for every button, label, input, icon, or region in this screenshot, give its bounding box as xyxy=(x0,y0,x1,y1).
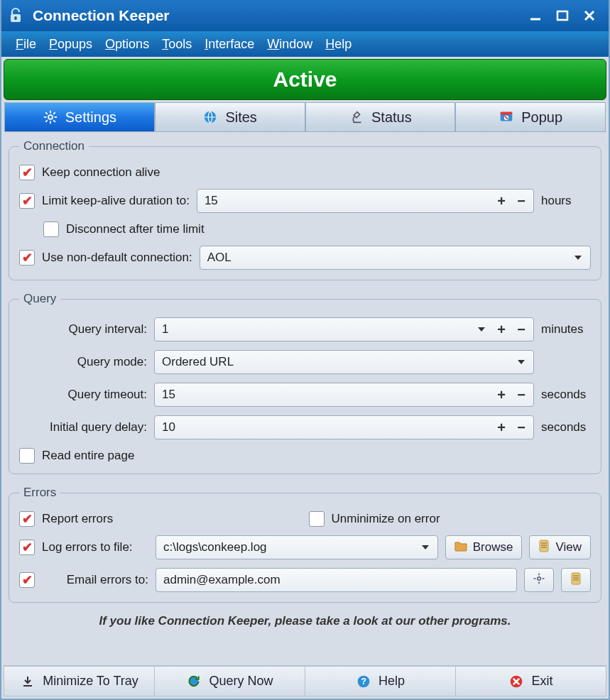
menu-popups[interactable]: Popups xyxy=(43,34,98,55)
svg-line-11 xyxy=(45,112,48,114)
read-entire-label: Read entire page xyxy=(42,449,134,463)
globe-refresh-icon xyxy=(186,674,202,689)
plus-icon[interactable] xyxy=(494,318,509,341)
maximize-window-button[interactable] xyxy=(550,6,574,25)
log-errors-label: Log errors to file: xyxy=(42,540,148,554)
unminimize-label: Unminimize on error xyxy=(332,512,592,526)
exit-button[interactable]: Exit xyxy=(456,666,606,696)
svg-rect-1 xyxy=(14,16,16,20)
menu-interface[interactable]: Interface xyxy=(199,34,260,55)
plus-icon[interactable] xyxy=(494,383,509,406)
browse-button[interactable]: Browse xyxy=(445,535,523,559)
svg-rect-20 xyxy=(540,540,548,552)
query-timeout-value: 15 xyxy=(162,388,489,402)
errors-legend: Errors xyxy=(19,486,60,500)
close-icon xyxy=(508,674,524,689)
minus-icon[interactable] xyxy=(513,416,529,439)
connection-legend: Connection xyxy=(19,139,89,153)
scroll-icon xyxy=(538,540,550,556)
email-errors-label: Email errors to: xyxy=(42,573,148,587)
query-mode-label: Query mode: xyxy=(19,355,147,369)
exit-label: Exit xyxy=(531,674,552,689)
status-text: Active xyxy=(273,67,337,92)
menu-options[interactable]: Options xyxy=(99,34,155,55)
menu-window[interactable]: Window xyxy=(261,34,318,55)
tab-label: Sites xyxy=(225,109,256,126)
limit-duration-unit: hours xyxy=(541,194,591,208)
log-file-value: c:\logs\conkeep.log xyxy=(163,540,413,554)
keep-alive-checkbox[interactable] xyxy=(19,165,35,180)
help-button[interactable]: ? Help xyxy=(305,666,456,696)
app-window: Connection Keeper File Popups Options To… xyxy=(0,0,610,700)
log-file-field[interactable]: c:\logs\conkeep.log xyxy=(156,535,438,559)
tab-status[interactable]: Status xyxy=(305,102,456,131)
email-errors-checkbox[interactable] xyxy=(19,572,35,588)
menu-tools[interactable]: Tools xyxy=(156,34,197,55)
svg-rect-17 xyxy=(501,112,513,115)
tab-sites[interactable]: Sites xyxy=(155,102,305,131)
disconnect-after-checkbox[interactable] xyxy=(43,222,59,237)
tab-label: Status xyxy=(371,109,412,126)
browse-label: Browse xyxy=(473,540,513,554)
globe-icon xyxy=(202,109,218,125)
unminimize-checkbox[interactable] xyxy=(309,511,325,527)
menu-bar: File Popups Options Tools Interface Wind… xyxy=(1,31,609,57)
initial-delay-unit: seconds xyxy=(541,420,591,434)
query-interval-field[interactable]: 1 xyxy=(154,317,534,341)
tab-popup[interactable]: Popup xyxy=(455,102,606,131)
microscope-icon xyxy=(349,109,364,125)
query-now-button[interactable]: Query Now xyxy=(155,666,305,696)
log-errors-checkbox[interactable] xyxy=(19,540,35,555)
query-timeout-unit: seconds xyxy=(541,388,591,402)
app-lock-icon xyxy=(6,6,26,26)
read-entire-checkbox[interactable] xyxy=(19,448,35,464)
query-mode-dropdown[interactable]: Ordered URL xyxy=(154,350,534,374)
chevron-down-icon[interactable] xyxy=(474,318,489,341)
nondefault-conn-dropdown[interactable]: AOL xyxy=(200,246,591,270)
minimize-to-tray-button[interactable]: Minimize To Tray xyxy=(4,666,155,696)
email-settings-button[interactable] xyxy=(524,568,554,592)
email-errors-field[interactable]: admin@example.com xyxy=(156,568,517,592)
folder-icon xyxy=(454,540,467,555)
limit-duration-label: Limit keep-alive duration to: xyxy=(42,194,190,208)
minimize-window-button[interactable] xyxy=(523,6,548,25)
plus-icon[interactable] xyxy=(494,416,509,439)
minus-icon[interactable] xyxy=(513,318,529,341)
title-bar: Connection Keeper xyxy=(1,0,609,31)
email-errors-value: admin@example.com xyxy=(163,573,512,587)
gear-icon xyxy=(533,572,545,589)
view-button[interactable]: View xyxy=(529,535,591,559)
query-mode-value: Ordered URL xyxy=(162,355,509,369)
query-interval-value: 1 xyxy=(162,322,469,337)
email-log-button[interactable] xyxy=(561,568,591,592)
tray-arrow-icon xyxy=(20,674,36,689)
nondefault-conn-checkbox[interactable] xyxy=(19,250,35,266)
initial-delay-field[interactable]: 10 xyxy=(154,415,534,439)
tab-settings[interactable]: Settings xyxy=(4,102,155,131)
window-buttons xyxy=(523,6,601,25)
menu-help[interactable]: Help xyxy=(320,34,357,55)
svg-line-14 xyxy=(45,120,48,122)
plus-icon[interactable] xyxy=(494,190,509,212)
minus-icon[interactable] xyxy=(513,190,529,212)
help-icon: ? xyxy=(356,674,371,689)
footer-toolbar: Minimize To Tray Query Now ? Help Exit xyxy=(4,665,606,696)
menu-file[interactable]: File xyxy=(10,34,42,55)
svg-line-12 xyxy=(53,120,55,122)
initial-delay-value: 10 xyxy=(162,420,489,434)
report-errors-checkbox[interactable] xyxy=(19,511,35,527)
svg-point-6 xyxy=(48,115,53,119)
initial-delay-label: Initial query delay: xyxy=(19,420,147,434)
promo-text: If you like Connection Keeper, please ta… xyxy=(9,614,601,628)
svg-text:?: ? xyxy=(361,677,366,687)
minus-icon[interactable] xyxy=(513,383,529,406)
svg-line-13 xyxy=(53,112,55,114)
close-window-button[interactable] xyxy=(577,6,601,25)
query-timeout-field[interactable]: 15 xyxy=(154,383,534,407)
limit-duration-field[interactable]: 15 xyxy=(197,189,534,213)
scroll-icon xyxy=(570,572,582,589)
query-timeout-label: Query timeout: xyxy=(19,388,147,402)
limit-duration-checkbox[interactable] xyxy=(19,193,35,209)
tab-label: Settings xyxy=(65,109,116,126)
popup-icon xyxy=(499,109,514,125)
